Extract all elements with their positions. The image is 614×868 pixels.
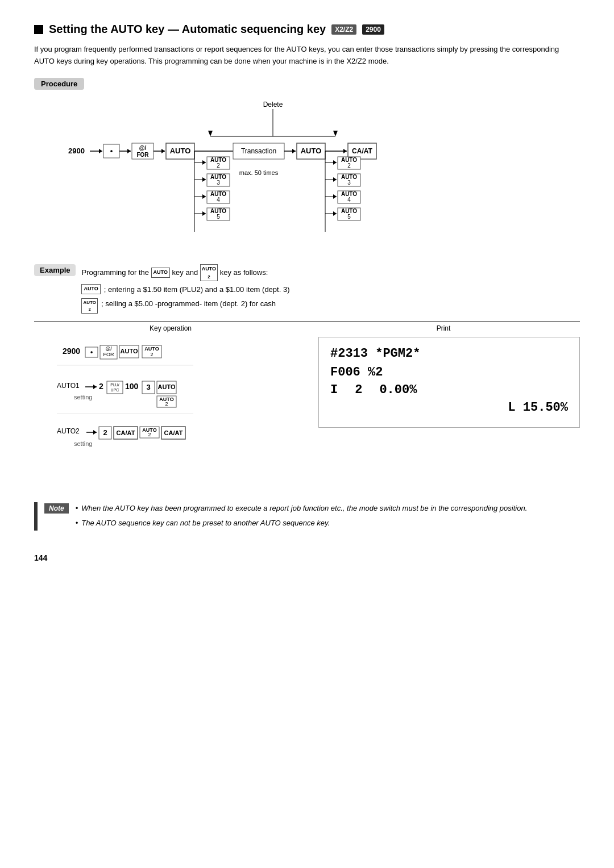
note-text: • When the AUTO key has been programmed … <box>76 502 528 529</box>
svg-marker-67 <box>333 211 337 216</box>
svg-marker-43 <box>292 149 296 153</box>
svg-marker-57 <box>333 177 337 182</box>
svg-marker-98 <box>93 430 97 435</box>
intro-paragraph: If you program frequently performed tran… <box>34 44 580 68</box>
ex-text-1c: key as follows: <box>220 268 268 276</box>
receipt-line3c: 0.00% <box>379 383 417 397</box>
svg-marker-30 <box>202 194 206 199</box>
svg-text:2: 2 <box>217 162 220 169</box>
svg-text:FOR: FOR <box>103 352 114 357</box>
svg-text:4: 4 <box>347 197 351 203</box>
start-2900: 2900 <box>68 147 85 155</box>
svg-text:2: 2 <box>150 352 153 357</box>
svg-text:3: 3 <box>347 180 351 186</box>
page-title: Setting the AUTO key — Automatic sequenc… <box>49 23 326 36</box>
svg-text:AUTO: AUTO <box>301 147 322 155</box>
note-bar <box>34 502 38 531</box>
section-square-icon <box>34 25 43 34</box>
receipt-box: #2313 *PGM2* F006 %2 I 2 0.00% L 15.50% <box>318 337 580 428</box>
bullet-icon-1: • <box>76 502 78 515</box>
auto-badge-2: AUTO2 <box>81 298 98 314</box>
svg-text:3: 3 <box>146 383 150 391</box>
svg-text:@/: @/ <box>105 346 112 352</box>
auto2-label: AUTO2 <box>57 427 80 435</box>
svg-marker-35 <box>202 211 206 216</box>
note-bullet-2: • The AUTO sequence key can not be prese… <box>76 517 528 529</box>
receipt-line3: I 2 0.00% <box>330 383 568 397</box>
svg-text:100: 100 <box>125 382 139 391</box>
ex-text-1: Programming for the <box>81 268 149 276</box>
svg-marker-3 <box>333 131 338 136</box>
ex-line2: ; entering a $1.50 item (PLU2) and a $1.… <box>104 283 290 296</box>
svg-text:•: • <box>110 147 113 155</box>
key-op-section: Key operation 2900 • @/ FOR AUTO AUTO 2 … <box>34 322 307 486</box>
ex-line3: ; selling a $5.00 -programmed- item (dep… <box>101 298 276 310</box>
svg-marker-2 <box>208 131 213 136</box>
procedure-diagram: Delete 2900 • @/ FOR AUTO <box>34 95 580 249</box>
svg-text:2: 2 <box>347 162 351 169</box>
svg-text:2: 2 <box>103 428 107 437</box>
svg-text:4: 4 <box>217 197 220 203</box>
svg-marker-62 <box>333 194 337 199</box>
svg-text:2: 2 <box>148 432 151 437</box>
badge-x2z2: X2/Z2 <box>331 24 356 35</box>
page-number: 144 <box>34 553 580 562</box>
svg-text:2: 2 <box>165 401 168 407</box>
svg-text:AUTO: AUTO <box>170 147 191 155</box>
svg-text:@/: @/ <box>139 145 147 151</box>
note-text-1: When the AUTO key has been programmed to… <box>81 502 527 515</box>
svg-text:AUTO: AUTO <box>144 346 159 352</box>
svg-text:CA/AT: CA/AT <box>117 429 135 436</box>
receipt-line3a: I <box>330 383 338 397</box>
svg-marker-83 <box>93 385 97 389</box>
svg-text:CA/AT: CA/AT <box>352 147 372 155</box>
svg-marker-5 <box>99 149 102 153</box>
auto-badge-1: AUTO <box>81 284 100 294</box>
example-row: Example Programming for the AUTO key and… <box>34 264 580 314</box>
svg-text:•: • <box>90 348 93 356</box>
svg-marker-9 <box>127 149 131 153</box>
svg-marker-47 <box>343 149 347 153</box>
receipt-line4: L 15.50% <box>330 400 568 415</box>
svg-text:CA/AT: CA/AT <box>164 429 183 436</box>
bullet-icon-2: • <box>76 517 78 529</box>
svg-marker-25 <box>202 177 206 182</box>
procedure-label: Procedure <box>34 78 84 90</box>
keyop-2900: 2900 <box>63 347 80 356</box>
col-key-op-label: Key operation <box>34 324 307 332</box>
page-title-row: Setting the AUTO key — Automatic sequenc… <box>34 23 580 36</box>
svg-text:FOR: FOR <box>136 152 149 158</box>
delete-label: Delete <box>263 101 283 108</box>
svg-marker-52 <box>333 160 337 165</box>
col-print-label: Print <box>307 324 580 332</box>
note-text-2: The AUTO sequence key can not be preset … <box>81 517 330 529</box>
print-section: Print #2313 *PGM2* F006 %2 I 2 0.00% L 1… <box>307 322 580 428</box>
receipt-line1: #2313 *PGM2* <box>330 347 568 361</box>
svg-text:5: 5 <box>217 214 220 220</box>
receipt-line2: F006 %2 <box>330 365 568 379</box>
auto-key-2-icon: AUTO2 <box>200 264 218 282</box>
svg-text:UPC: UPC <box>111 388 119 392</box>
keyop-diagram: 2900 • @/ FOR AUTO AUTO 2 AUTO1 2 <box>34 337 307 485</box>
note-bullet-1: • When the AUTO key has been programmed … <box>76 502 528 515</box>
svg-text:3: 3 <box>217 180 220 186</box>
svg-text:AUTO: AUTO <box>158 383 176 390</box>
svg-text:PLU/: PLU/ <box>110 383 119 387</box>
auto1-setting: setting <box>74 394 92 400</box>
example-section: Example Programming for the AUTO key and… <box>34 264 580 314</box>
svg-marker-20 <box>202 160 206 165</box>
key-print-row: Key operation 2900 • @/ FOR AUTO AUTO 2 … <box>34 322 580 486</box>
note-label: Note <box>44 503 69 514</box>
svg-text:Transaction: Transaction <box>241 147 276 155</box>
auto-key-1-icon: AUTO <box>151 268 170 277</box>
svg-text:AUTO: AUTO <box>121 348 138 354</box>
auto1-label: AUTO1 <box>57 382 80 390</box>
note-section: Note • When the AUTO key has been progra… <box>34 502 580 531</box>
receipt-line3b: 2 <box>355 383 362 397</box>
svg-text:max. 50 times: max. 50 times <box>239 169 279 176</box>
svg-marker-14 <box>161 149 165 153</box>
svg-text:2: 2 <box>99 382 103 391</box>
auto2-setting: setting <box>74 440 92 447</box>
svg-text:5: 5 <box>347 214 351 220</box>
badge-2900: 2900 <box>362 24 384 35</box>
